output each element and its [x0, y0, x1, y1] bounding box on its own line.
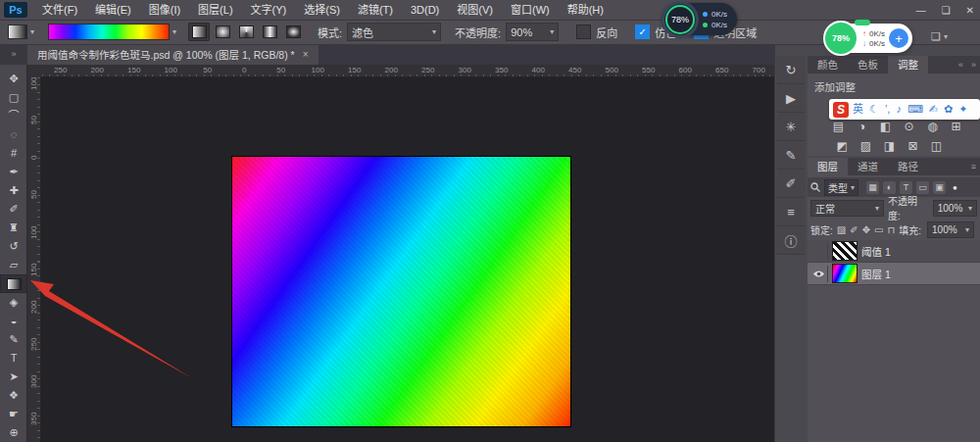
- dock-collapse-right-icon[interactable]: »: [967, 60, 980, 70]
- angle-gradient-button[interactable]: [235, 23, 257, 41]
- actions-panel-icon[interactable]: ▶: [776, 84, 806, 113]
- lock-transparency-icon[interactable]: ▨: [837, 224, 846, 235]
- menu-help[interactable]: 帮助(H): [559, 0, 612, 20]
- night-mode-icon[interactable]: ☾: [869, 104, 879, 115]
- lock-all-icon[interactable]: ⊓: [887, 224, 895, 235]
- reflected-gradient-button[interactable]: [259, 23, 280, 41]
- menu-file[interactable]: 文件(F): [33, 0, 86, 20]
- panel-menu-icon[interactable]: ≡: [967, 162, 980, 172]
- document-tab[interactable]: 用阈值命令制作彩色斑马.psd @ 100% (图层 1, RGB/8) * ×: [27, 44, 318, 65]
- eyedropper-tool[interactable]: ✒: [0, 163, 27, 181]
- color-balance-adjustment-icon[interactable]: ◧: [878, 120, 893, 133]
- workspace-switcher[interactable]: ❏ ▾: [931, 30, 948, 43]
- canvas-image[interactable]: [232, 157, 570, 426]
- pen-tool[interactable]: ✎: [0, 330, 27, 349]
- mic-icon[interactable]: ♪: [896, 104, 902, 115]
- filter-adjustment-layers-icon[interactable]: ◐: [883, 181, 896, 194]
- tab-swatches[interactable]: 色板: [848, 56, 888, 74]
- fill-dropdown[interactable]: 100% ▾: [927, 221, 974, 238]
- layer-thumbnail[interactable]: [833, 242, 857, 260]
- vibrance-adjustment-icon[interactable]: ▤: [831, 120, 846, 133]
- filter-type-layers-icon[interactable]: T: [900, 181, 912, 194]
- menu-window[interactable]: 窗口(W): [502, 0, 559, 20]
- layer-row-1[interactable]: 图层 1: [808, 263, 980, 285]
- menu-edit[interactable]: 编辑(E): [86, 0, 140, 20]
- close-button[interactable]: ✕: [966, 5, 974, 16]
- spot-healing-brush-tool[interactable]: ✚: [0, 181, 27, 200]
- tool-presets-panel-icon[interactable]: ≡: [776, 198, 806, 226]
- lasso-tool[interactable]: ⌒: [0, 107, 27, 125]
- lock-paint-icon[interactable]: ✐: [850, 224, 858, 235]
- chevron-down-icon[interactable]: ▾: [172, 27, 176, 36]
- tab-adjustments[interactable]: 调整: [888, 56, 928, 74]
- menu-filter[interactable]: 滤镜(T): [349, 0, 402, 20]
- lock-move-icon[interactable]: ✥: [862, 224, 870, 235]
- filter-toggle-icon[interactable]: ●: [953, 183, 957, 192]
- path-selection-tool[interactable]: ➤: [0, 368, 27, 386]
- handwriting-icon[interactable]: ✍: [929, 104, 938, 115]
- net-speed-widget-green[interactable]: 78% ↑0K/s ↓0K/s +: [825, 24, 912, 53]
- tab-close-icon[interactable]: ×: [303, 49, 309, 60]
- blend-mode-dropdown[interactable]: 正常 ▾: [810, 200, 884, 217]
- tool-preset-picker[interactable]: ▾: [8, 25, 34, 39]
- filter-shape-layers-icon[interactable]: ▭: [916, 181, 929, 194]
- styles-panel-icon[interactable]: ✳: [776, 113, 806, 141]
- dither-checkbox[interactable]: ✓: [635, 25, 650, 39]
- notes-panel-icon[interactable]: ✎: [776, 141, 806, 170]
- english-mode-icon[interactable]: 英: [853, 104, 863, 115]
- tab-paths[interactable]: 路径: [888, 158, 928, 175]
- opacity-dropdown[interactable]: 90% ▾: [506, 23, 559, 41]
- mode-dropdown[interactable]: 滤色 ▾: [347, 23, 441, 41]
- menu-image[interactable]: 图像(I): [140, 0, 189, 20]
- move-tool[interactable]: ✥: [0, 70, 27, 88]
- toolbox-icon[interactable]: ✦: [958, 104, 967, 115]
- lock-artboard-icon[interactable]: ▭: [874, 224, 883, 235]
- menu-view[interactable]: 视图(V): [448, 0, 502, 20]
- selective-color-adjustment-icon[interactable]: ◫: [929, 139, 944, 153]
- hand-tool[interactable]: ☛: [0, 405, 27, 423]
- tab-channels[interactable]: 通道: [848, 158, 888, 175]
- type-tool[interactable]: T: [0, 349, 27, 368]
- gradient-preview[interactable]: [48, 24, 170, 40]
- punctuation-icon[interactable]: ’,: [885, 104, 891, 115]
- quick-selection-tool[interactable]: ◌: [0, 125, 27, 144]
- channel-mixer-adjustment-icon[interactable]: ⊞: [949, 120, 963, 133]
- filter-pixel-layers-icon[interactable]: ▦: [866, 181, 879, 194]
- photo-filter-adjustment-icon[interactable]: ◍: [925, 120, 940, 133]
- menu-3d[interactable]: 3D(D): [402, 0, 448, 20]
- marquee-tool[interactable]: ▢: [0, 88, 27, 107]
- minimize-button[interactable]: —: [916, 5, 926, 16]
- history-brush-tool[interactable]: ↺: [0, 237, 27, 256]
- posterize-adjustment-icon[interactable]: ▨: [858, 139, 873, 153]
- gradient-map-adjustment-icon[interactable]: ⊠: [906, 139, 920, 153]
- add-button[interactable]: +: [889, 28, 908, 48]
- history-panel-icon[interactable]: ↻: [776, 56, 806, 84]
- crop-tool[interactable]: #: [0, 144, 27, 163]
- zoom-tool[interactable]: ⊕: [0, 423, 27, 442]
- clone-stamp-tool[interactable]: ♜: [0, 219, 27, 237]
- layer-visibility-toggle[interactable]: [809, 243, 828, 260]
- layer-filter-dropdown[interactable]: 类型 ▾: [824, 179, 858, 196]
- keyboard-icon[interactable]: ⌨: [907, 104, 923, 115]
- layer-visibility-toggle[interactable]: [809, 266, 828, 282]
- sogou-logo[interactable]: S: [833, 102, 849, 118]
- menu-type[interactable]: 文字(Y): [242, 0, 296, 20]
- layer-thumbnail[interactable]: [833, 265, 857, 282]
- reverse-checkbox[interactable]: [576, 25, 591, 39]
- tab-color[interactable]: 颜色: [808, 56, 848, 74]
- linear-gradient-button[interactable]: [188, 23, 210, 41]
- eraser-tool[interactable]: ▱: [0, 256, 27, 274]
- hue-saturation-adjustment-icon[interactable]: ◑: [855, 120, 869, 133]
- layer-row-threshold[interactable]: 阈值 1: [808, 240, 980, 263]
- tab-layers[interactable]: 图层: [808, 158, 848, 175]
- brush-tool[interactable]: ✐: [0, 200, 27, 219]
- skin-icon[interactable]: ✿: [944, 104, 953, 115]
- custom-shape-tool[interactable]: ❖: [0, 386, 27, 405]
- menu-layer[interactable]: 图层(L): [189, 0, 241, 20]
- blur-tool[interactable]: ◈: [0, 293, 27, 312]
- info-panel-icon[interactable]: ⓘ: [776, 226, 806, 255]
- filter-smart-objects-icon[interactable]: ▣: [933, 181, 946, 194]
- dock-collapse-left-icon[interactable]: «: [955, 60, 967, 70]
- dodge-tool[interactable]: ◒: [0, 312, 27, 330]
- gradient-tool[interactable]: [0, 274, 27, 293]
